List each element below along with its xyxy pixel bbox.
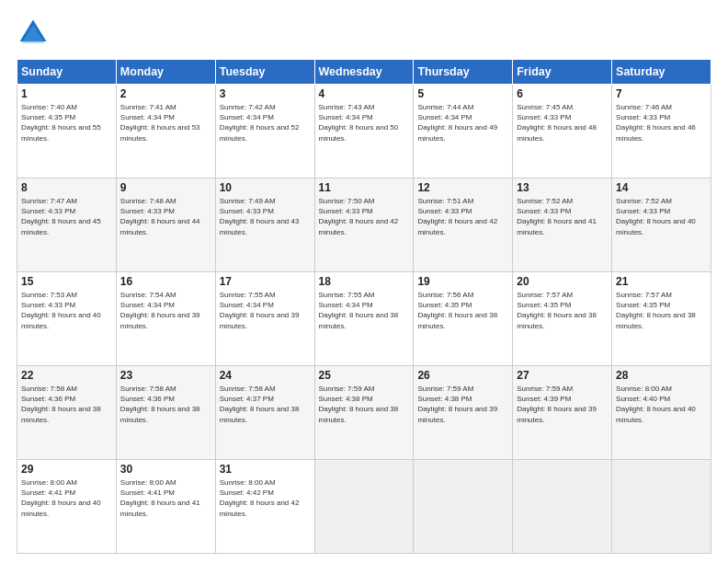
day-number: 29 [21, 463, 112, 476]
day-number: 25 [319, 369, 410, 382]
day-number: 17 [220, 275, 311, 288]
calendar-cell: 10Sunrise: 7:49 AMSunset: 4:33 PMDayligh… [215, 178, 314, 272]
day-info: Sunrise: 7:46 AMSunset: 4:33 PMDaylight:… [616, 103, 696, 143]
day-info: Sunrise: 7:48 AMSunset: 4:33 PMDaylight:… [120, 197, 200, 236]
calendar-cell: 7Sunrise: 7:46 AMSunset: 4:33 PMDaylight… [612, 85, 711, 178]
week-row-4: 22Sunrise: 7:58 AMSunset: 4:36 PMDayligh… [17, 366, 711, 460]
calendar-cell: 4Sunrise: 7:43 AMSunset: 4:34 PMDaylight… [314, 85, 414, 178]
calendar-table: SundayMondayTuesdayWednesdayThursdayFrid… [17, 59, 711, 554]
week-row-2: 8Sunrise: 7:47 AMSunset: 4:33 PMDaylight… [17, 178, 711, 272]
day-header-monday: Monday [116, 60, 215, 85]
calendar-cell: 13Sunrise: 7:52 AMSunset: 4:33 PMDayligh… [513, 178, 612, 272]
day-number: 13 [517, 181, 608, 194]
day-number: 11 [319, 181, 410, 194]
day-header-sunday: Sunday [17, 60, 117, 85]
day-number: 15 [21, 275, 112, 288]
calendar-cell: 11Sunrise: 7:50 AMSunset: 4:33 PMDayligh… [314, 178, 414, 272]
day-header-tuesday: Tuesday [215, 60, 314, 85]
day-number: 16 [120, 275, 211, 288]
week-row-3: 15Sunrise: 7:53 AMSunset: 4:33 PMDayligh… [17, 272, 711, 366]
day-number: 24 [220, 369, 311, 382]
day-header-thursday: Thursday [414, 60, 513, 85]
calendar-cell: 22Sunrise: 7:58 AMSunset: 4:36 PMDayligh… [17, 366, 117, 460]
day-info: Sunrise: 7:56 AMSunset: 4:35 PMDaylight:… [417, 291, 497, 330]
calendar-cell: 25Sunrise: 7:59 AMSunset: 4:38 PMDayligh… [314, 366, 414, 460]
day-info: Sunrise: 7:58 AMSunset: 4:37 PMDaylight:… [220, 385, 300, 424]
day-header-friday: Friday [513, 60, 612, 85]
day-number: 20 [517, 275, 608, 288]
day-info: Sunrise: 7:55 AMSunset: 4:34 PMDaylight:… [220, 291, 300, 330]
day-number: 18 [319, 275, 410, 288]
calendar-cell: 29Sunrise: 8:00 AMSunset: 4:41 PMDayligh… [17, 460, 117, 554]
day-info: Sunrise: 8:00 AMSunset: 4:41 PMDaylight:… [21, 478, 101, 518]
calendar-cell [314, 460, 414, 554]
day-number: 14 [616, 181, 707, 194]
calendar-cell: 9Sunrise: 7:48 AMSunset: 4:33 PMDaylight… [116, 178, 215, 272]
day-header-wednesday: Wednesday [314, 60, 414, 85]
day-info: Sunrise: 7:51 AMSunset: 4:33 PMDaylight:… [417, 197, 497, 236]
day-info: Sunrise: 7:59 AMSunset: 4:38 PMDaylight:… [319, 385, 399, 424]
day-info: Sunrise: 7:44 AMSunset: 4:34 PMDaylight:… [417, 103, 497, 143]
day-number: 31 [220, 463, 311, 476]
calendar-cell: 5Sunrise: 7:44 AMSunset: 4:34 PMDaylight… [414, 85, 513, 178]
day-number: 27 [517, 369, 608, 382]
day-info: Sunrise: 7:42 AMSunset: 4:34 PMDaylight:… [220, 103, 300, 143]
day-number: 5 [417, 87, 508, 100]
calendar-cell: 3Sunrise: 7:42 AMSunset: 4:34 PMDaylight… [215, 85, 314, 178]
day-info: Sunrise: 7:58 AMSunset: 4:36 PMDaylight:… [120, 385, 200, 424]
day-number: 8 [21, 181, 112, 194]
calendar-cell: 20Sunrise: 7:57 AMSunset: 4:35 PMDayligh… [513, 272, 612, 366]
day-number: 1 [21, 87, 112, 100]
day-number: 7 [616, 87, 707, 100]
day-info: Sunrise: 7:57 AMSunset: 4:35 PMDaylight:… [616, 291, 696, 330]
calendar-cell [414, 460, 513, 554]
day-info: Sunrise: 7:59 AMSunset: 4:38 PMDaylight:… [417, 385, 497, 424]
day-number: 10 [220, 181, 311, 194]
day-number: 19 [417, 275, 508, 288]
day-info: Sunrise: 7:57 AMSunset: 4:35 PMDaylight:… [517, 291, 597, 330]
calendar-cell: 26Sunrise: 7:59 AMSunset: 4:38 PMDayligh… [414, 366, 513, 460]
day-number: 12 [417, 181, 508, 194]
calendar-cell: 8Sunrise: 7:47 AMSunset: 4:33 PMDaylight… [17, 178, 117, 272]
calendar-cell: 15Sunrise: 7:53 AMSunset: 4:33 PMDayligh… [17, 272, 117, 366]
calendar-cell: 2Sunrise: 7:41 AMSunset: 4:34 PMDaylight… [116, 85, 215, 178]
calendar-cell: 31Sunrise: 8:00 AMSunset: 4:42 PMDayligh… [215, 460, 314, 554]
day-info: Sunrise: 7:45 AMSunset: 4:33 PMDaylight:… [517, 103, 597, 143]
calendar-cell: 18Sunrise: 7:55 AMSunset: 4:34 PMDayligh… [314, 272, 414, 366]
calendar-cell [513, 460, 612, 554]
calendar-cell: 1Sunrise: 7:40 AMSunset: 4:35 PMDaylight… [17, 85, 117, 178]
calendar-cell: 16Sunrise: 7:54 AMSunset: 4:34 PMDayligh… [116, 272, 215, 366]
day-header-saturday: Saturday [612, 60, 711, 85]
day-info: Sunrise: 7:41 AMSunset: 4:34 PMDaylight:… [120, 103, 200, 143]
calendar-cell: 24Sunrise: 7:58 AMSunset: 4:37 PMDayligh… [215, 366, 314, 460]
day-info: Sunrise: 7:59 AMSunset: 4:39 PMDaylight:… [517, 385, 597, 424]
day-number: 23 [120, 369, 211, 382]
day-info: Sunrise: 7:53 AMSunset: 4:33 PMDaylight:… [21, 291, 101, 330]
day-number: 21 [616, 275, 707, 288]
day-number: 30 [120, 463, 211, 476]
day-info: Sunrise: 8:00 AMSunset: 4:42 PMDaylight:… [220, 478, 300, 518]
calendar-cell: 6Sunrise: 7:45 AMSunset: 4:33 PMDaylight… [513, 85, 612, 178]
week-row-5: 29Sunrise: 8:00 AMSunset: 4:41 PMDayligh… [17, 460, 711, 554]
calendar-cell: 30Sunrise: 8:00 AMSunset: 4:41 PMDayligh… [116, 460, 215, 554]
day-info: Sunrise: 7:52 AMSunset: 4:33 PMDaylight:… [616, 197, 696, 236]
calendar-cell: 14Sunrise: 7:52 AMSunset: 4:33 PMDayligh… [612, 178, 711, 272]
day-number: 9 [120, 181, 211, 194]
day-info: Sunrise: 7:58 AMSunset: 4:36 PMDaylight:… [21, 385, 101, 424]
day-info: Sunrise: 7:52 AMSunset: 4:33 PMDaylight:… [517, 197, 597, 236]
day-number: 4 [319, 87, 410, 100]
page: SundayMondayTuesdayWednesdayThursdayFrid… [0, 0, 728, 563]
day-info: Sunrise: 7:50 AMSunset: 4:33 PMDaylight:… [319, 197, 399, 236]
logo-icon [17, 17, 50, 50]
week-row-1: 1Sunrise: 7:40 AMSunset: 4:35 PMDaylight… [17, 85, 711, 178]
calendar-cell: 17Sunrise: 7:55 AMSunset: 4:34 PMDayligh… [215, 272, 314, 366]
day-number: 28 [616, 369, 707, 382]
day-info: Sunrise: 7:47 AMSunset: 4:33 PMDaylight:… [21, 197, 101, 236]
calendar-cell: 19Sunrise: 7:56 AMSunset: 4:35 PMDayligh… [414, 272, 513, 366]
day-info: Sunrise: 7:49 AMSunset: 4:33 PMDaylight:… [220, 197, 300, 236]
day-number: 22 [21, 369, 112, 382]
header [17, 17, 711, 50]
logo [17, 17, 55, 50]
day-info: Sunrise: 7:43 AMSunset: 4:34 PMDaylight:… [319, 103, 399, 143]
day-info: Sunrise: 7:54 AMSunset: 4:34 PMDaylight:… [120, 291, 200, 330]
